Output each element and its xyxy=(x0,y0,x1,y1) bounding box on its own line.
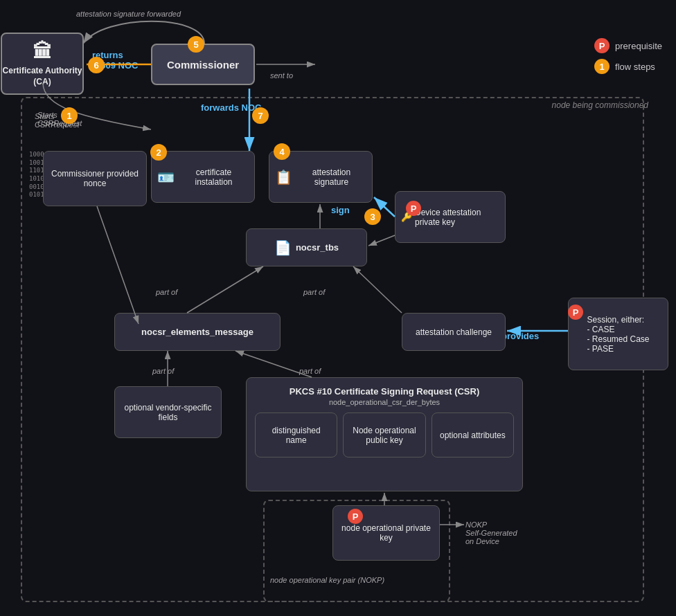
legend-prerequisite: P prerequisite xyxy=(594,38,662,53)
node-op-pubkey-box: Node operational public key xyxy=(343,413,425,458)
distinguished-name-box: distinguished name xyxy=(255,413,337,458)
tbs-icon: 📄 xyxy=(274,239,292,256)
label-part-of-1: part of xyxy=(156,288,177,296)
step-6-badge: 6 xyxy=(88,57,105,73)
label-sent-to: sent to xyxy=(270,71,293,80)
optional-attrs-box: optional attributes xyxy=(432,413,514,458)
prereq-nokp-badge: P xyxy=(348,509,363,524)
label-part-of-3: part of xyxy=(152,367,174,375)
nocsr-elements-box: nocsr_elements_message xyxy=(114,313,281,351)
node-op-pubkey-label: Node operational public key xyxy=(349,426,419,445)
commissioner-label: Commissioner xyxy=(167,59,239,71)
cert-icon: 🪪 xyxy=(157,169,175,185)
prereq-session-badge: P xyxy=(568,305,583,320)
cert-install-box: 🪪 certificate instalation xyxy=(151,151,255,203)
step-4-badge: 4 xyxy=(274,143,290,160)
device-attestation-box: 🔑 Device attestation private key xyxy=(395,191,506,243)
region-label: node being commissioned xyxy=(552,100,648,110)
nocsr-elements-label: nocsr_elements_message xyxy=(141,327,254,337)
step-5-badge: 5 xyxy=(188,36,204,53)
nocsr-tbs-label: nocsr_tbs xyxy=(296,242,339,253)
step-2-badge: 2 xyxy=(150,144,167,161)
nonce-box: Commissioner provided nonce xyxy=(43,151,147,206)
nonce-bits: 1000 1001 1101 1010 0010 0101 xyxy=(29,151,44,199)
nokp-label: node operational key pair (NOKP) xyxy=(270,576,384,584)
cert-install-label: certificate instalation xyxy=(179,167,249,187)
session-box: Session, either: - CASE - Resumed Case -… xyxy=(568,298,668,370)
step-3-badge: 3 xyxy=(364,208,381,225)
label-attestation-forwarded: attestation signature forwarded xyxy=(76,10,181,18)
ca-title: Certificate Authority (CA) xyxy=(2,66,82,87)
optional-vendor-box: optional vendor-specific fields xyxy=(114,386,222,438)
pkcs-sub: node_operational_csr_der_bytes xyxy=(329,398,440,406)
device-attestation-label: Device attestation private key xyxy=(415,208,499,227)
flow-label: flow steps xyxy=(615,62,655,72)
optional-vendor-label: optional vendor-specific fields xyxy=(121,403,215,422)
flow-icon: 1 xyxy=(594,59,610,74)
optional-attrs-label: optional attributes xyxy=(440,431,506,440)
commissioner-box: Commissioner xyxy=(151,44,255,85)
legend: P prerequisite 1 flow steps xyxy=(594,38,662,74)
pkcs-title: PKCS #10 Certificate Signing Request (CS… xyxy=(290,386,480,397)
ca-icon: 🏛 xyxy=(33,40,52,63)
nocsr-tbs-box: 📄 nocsr_tbs xyxy=(246,228,367,266)
label-nokp: NOKPSelf-Generatedon Device xyxy=(465,520,517,545)
session-label: Session, either: - CASE - Resumed Case -… xyxy=(587,315,649,354)
label-part-of-2: part of xyxy=(303,288,325,296)
node-op-privkey-label: node operational private key xyxy=(339,523,434,543)
pkcs-box: PKCS #10 Certificate Signing Request (CS… xyxy=(246,377,523,491)
attestation-sig-label: attestation signature xyxy=(296,167,366,187)
step-7-badge: 7 xyxy=(252,107,269,124)
label-provides: provides xyxy=(501,331,539,341)
ca-box: 🏛 Certificate Authority (CA) xyxy=(1,33,84,95)
label-part-of-4: part of xyxy=(299,367,321,375)
prereq-icon: P xyxy=(594,38,610,53)
prereq-device-badge: P xyxy=(406,201,421,216)
attestation-challenge-label: attestation challenge xyxy=(416,327,492,337)
prereq-label: prerequisite xyxy=(615,41,662,51)
distinguished-name-label: distinguished name xyxy=(261,426,331,445)
nonce-label: Commissioner provided nonce xyxy=(49,169,141,188)
attest-icon: 📋 xyxy=(275,169,292,185)
legend-flow: 1 flow steps xyxy=(594,59,662,74)
label-sign: sign xyxy=(331,205,350,215)
step-1-badge: 1 xyxy=(61,107,78,124)
attestation-challenge-box: attestation challenge xyxy=(402,313,506,351)
